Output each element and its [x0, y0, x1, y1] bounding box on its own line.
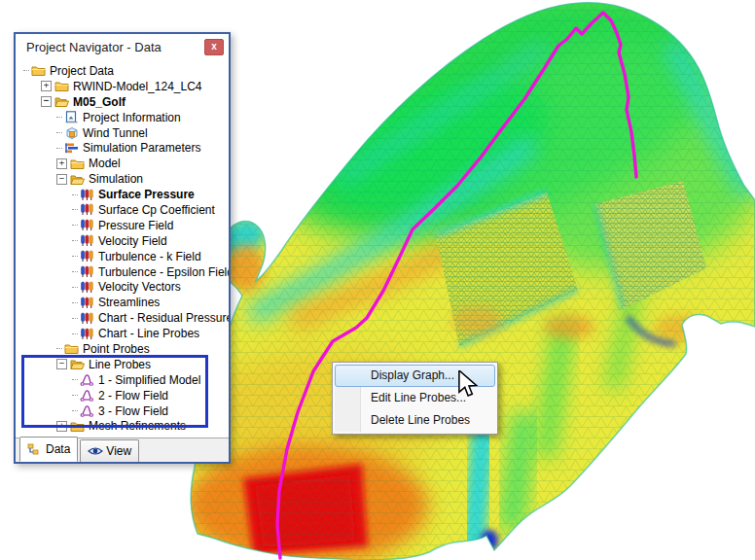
collapse-icon[interactable]: − — [56, 359, 67, 369]
tree-connector — [72, 379, 78, 380]
tree-item[interactable]: Surface Pressure — [16, 187, 229, 202]
menu-item-edit-line-probes[interactable]: Edit Line Probes... — [335, 387, 495, 409]
tree-item-label: Chart - Residual Pressure — [98, 311, 229, 325]
folder-icon — [64, 342, 79, 355]
tree-item[interactable]: 1 - Simplified Model — [16, 372, 229, 388]
tree-connector — [72, 287, 78, 288]
menu-item-label: Delete Line Probes — [371, 413, 470, 427]
tree-item[interactable]: Streamlines — [16, 295, 229, 310]
tree-item-label: Model — [89, 157, 121, 170]
tree-item[interactable]: Wind Tunnel — [16, 125, 229, 141]
tree-connector — [72, 240, 78, 241]
folder-icon — [54, 80, 69, 92]
tree-item-label: Line Probes — [89, 358, 151, 371]
cube-icon — [64, 126, 79, 139]
tree-connector — [23, 70, 29, 71]
tree-item-label: Velocity Field — [98, 234, 167, 248]
tree-item[interactable]: Point Probes — [16, 341, 229, 357]
tab-label: View — [106, 444, 131, 458]
tree-item[interactable]: Velocity Vectors — [16, 279, 229, 295]
tree-item[interactable]: Project Data — [16, 63, 229, 79]
collapse-icon[interactable]: − — [56, 174, 67, 185]
tree-item[interactable]: Velocity Field — [16, 233, 229, 249]
data-tree-icon — [27, 443, 42, 455]
tree-item[interactable]: Chart - Line Probes — [16, 326, 229, 341]
result-icon — [80, 219, 94, 231]
tree-item-label: Surface Cp Coefficient — [98, 203, 215, 217]
params-icon — [64, 142, 79, 155]
tree-item-label: M05_Golf — [73, 95, 126, 109]
tree-item-label: Point Probes — [83, 342, 150, 356]
panel-title: Project Navigator - Data — [26, 40, 162, 54]
tree-item-label: 2 - Flow Field — [98, 389, 168, 402]
tree-item[interactable]: −Simulation — [16, 171, 229, 187]
tree-item-label: Simulation Parameters — [83, 141, 200, 155]
tree-item-label: Project Data — [50, 64, 114, 78]
tree-connector — [72, 225, 78, 226]
tree-item-label: 1 - Simplified Model — [98, 373, 200, 387]
car-model — [146, 0, 755, 560]
navigator-tab-bar: DataView — [16, 438, 229, 462]
result-icon — [80, 297, 94, 309]
result-icon — [80, 189, 94, 201]
result-icon — [80, 265, 94, 278]
menu-item-delete-line-probes[interactable]: Delete Line Probes — [335, 409, 495, 432]
folder-open-icon — [70, 173, 85, 186]
navigator-tree: Project Data+RWIND-Model_124_LC4−M05_Gol… — [16, 63, 229, 438]
tree-connector — [72, 410, 78, 411]
panel-titlebar[interactable]: Project Navigator - Data x — [16, 34, 229, 59]
collapse-icon[interactable]: − — [41, 96, 52, 107]
tree-connector — [72, 271, 78, 272]
tree-item-label: Streamlines — [98, 296, 160, 309]
tree-connector — [72, 318, 78, 319]
tree-connector — [72, 209, 78, 210]
tree-connector — [56, 148, 62, 149]
tab-view[interactable]: View — [80, 439, 139, 462]
tab-data[interactable]: Data — [19, 437, 78, 462]
tree-connector — [72, 333, 78, 334]
tree-connector — [72, 395, 78, 396]
tree-item-label: Project Information — [83, 111, 181, 124]
probe-icon — [80, 404, 94, 417]
tab-label: Data — [46, 442, 70, 456]
tree-item[interactable]: −Line Probes — [16, 357, 229, 372]
probe-icon — [80, 389, 94, 402]
tree-item[interactable]: 3 - Flow Field — [16, 403, 229, 419]
tree-connector — [72, 256, 78, 257]
tree-connector — [56, 117, 62, 118]
tree-item[interactable]: Project Information — [16, 110, 229, 125]
folder-icon — [70, 420, 85, 433]
tree-item[interactable]: Pressure Field — [16, 218, 229, 233]
expand-icon[interactable]: + — [41, 81, 52, 91]
result-icon — [80, 250, 94, 262]
tree-item[interactable]: −M05_Golf — [16, 94, 229, 110]
menu-item-display-graph[interactable]: Display Graph... — [335, 365, 495, 387]
menu-item-label: Display Graph... — [371, 368, 454, 382]
expand-icon[interactable]: + — [56, 421, 67, 432]
tree-item-label: Velocity Vectors — [98, 280, 181, 294]
tree-item[interactable]: 2 - Flow Field — [16, 388, 229, 403]
tree-connector — [56, 132, 62, 133]
folder-open-icon — [70, 358, 85, 370]
tree-item[interactable]: +Model — [16, 156, 229, 171]
tree-item[interactable]: Turbulence - Epsilon Field — [16, 264, 229, 280]
tree-item-label: Simulation — [89, 172, 143, 186]
folder-icon — [70, 158, 85, 170]
tree-item[interactable]: Surface Cp Coefficient — [16, 202, 229, 218]
result-icon — [80, 203, 94, 216]
menu-item-label: Edit Line Probes... — [371, 391, 466, 404]
result-icon — [80, 312, 94, 325]
tree-item[interactable]: Chart - Residual Pressure — [16, 310, 229, 326]
eye-icon — [88, 445, 102, 457]
tree-item[interactable]: Turbulence - k Field — [16, 249, 229, 264]
tree-connector — [72, 194, 78, 195]
tree-item[interactable]: +RWIND-Model_124_LC4 — [16, 79, 229, 94]
expand-icon[interactable]: + — [56, 158, 67, 169]
tree-item[interactable]: Simulation Parameters — [16, 140, 229, 156]
doc-icon — [64, 111, 79, 123]
tree-item[interactable]: +Mesh Refinements — [16, 418, 229, 434]
tree-item-label: 3 - Flow Field — [98, 404, 168, 418]
context-menu: Display Graph...Edit Line Probes...Delet… — [332, 362, 498, 435]
close-icon[interactable]: x — [204, 39, 224, 55]
tree-item-label: Turbulence - k Field — [98, 250, 201, 263]
